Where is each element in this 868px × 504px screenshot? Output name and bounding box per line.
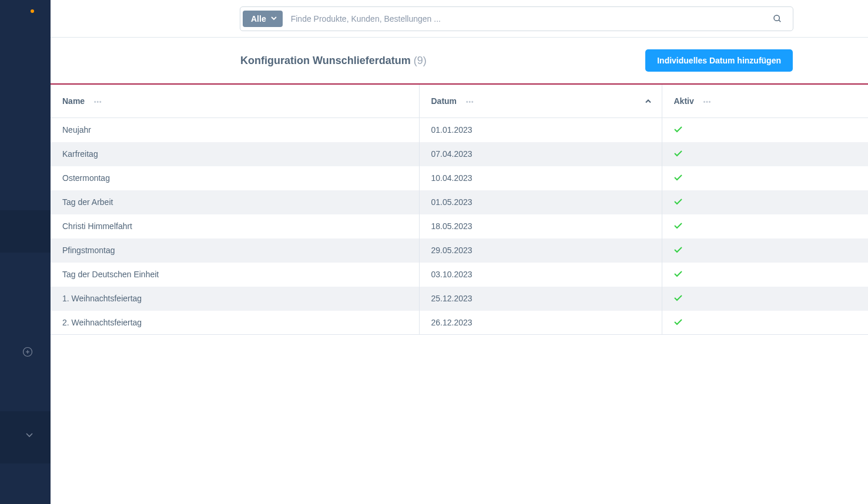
search-icon[interactable]: [768, 9, 787, 28]
svg-line-4: [779, 20, 780, 22]
sidebar-section: [0, 210, 51, 253]
add-icon[interactable]: [22, 347, 33, 357]
cell-active: [662, 238, 868, 263]
cell-name: Tag der Arbeit: [51, 190, 419, 214]
check-icon: [674, 271, 682, 277]
check-icon: [674, 174, 682, 181]
sidebar: [0, 0, 51, 504]
table-row[interactable]: Neujahr01.01.2023: [51, 118, 868, 142]
table-row[interactable]: Pfingstmontag29.05.2023: [51, 238, 868, 263]
check-icon: [674, 223, 682, 229]
sidebar-bottom: [0, 411, 51, 463]
search-filter-label: Alle: [251, 14, 266, 23]
main-content: Alle Konfiguration Wunschlieferdatum (9): [51, 0, 868, 504]
search-filter-dropdown[interactable]: Alle: [243, 11, 283, 27]
dates-table: Name ••• Datum ••• Aktiv •••: [51, 85, 868, 335]
cell-date: 29.05.2023: [419, 238, 662, 263]
cell-active: [662, 142, 868, 166]
notification-dot-icon: [31, 9, 34, 13]
sort-caret-up-icon[interactable]: [645, 99, 651, 103]
page-title-text: Konfiguration Wunschlieferdatum: [240, 55, 411, 66]
cell-name: Karfreitag: [51, 142, 419, 166]
table-row[interactable]: Ostermontag10.04.2023: [51, 166, 868, 190]
page-title-count: (9): [414, 55, 427, 66]
cell-date: 18.05.2023: [419, 214, 662, 238]
column-header-active[interactable]: Aktiv •••: [662, 85, 868, 118]
topbar: Alle: [51, 0, 868, 38]
table-row[interactable]: Christi Himmelfahrt18.05.2023: [51, 214, 868, 238]
table-row[interactable]: Karfreitag07.04.2023: [51, 142, 868, 166]
chevron-down-icon[interactable]: [26, 433, 33, 438]
sidebar-footer: [0, 463, 51, 504]
cell-date: 10.04.2023: [419, 166, 662, 190]
chevron-down-icon: [271, 16, 277, 21]
check-icon: [674, 126, 682, 133]
cell-name: 2. Weihnachtsfeiertag: [51, 311, 419, 335]
table-row[interactable]: Tag der Deutschen Einheit03.10.2023: [51, 263, 868, 287]
table-row[interactable]: 1. Weihnachtsfeiertag25.12.2023: [51, 287, 868, 311]
check-icon: [674, 150, 682, 157]
page-header: Konfiguration Wunschlieferdatum (9) Indi…: [51, 38, 868, 85]
table-row[interactable]: 2. Weihnachtsfeiertag26.12.2023: [51, 311, 868, 335]
add-date-button[interactable]: Individuelles Datum hinzufügen: [645, 49, 793, 72]
cell-date: 03.10.2023: [419, 263, 662, 287]
table-row[interactable]: Tag der Arbeit01.05.2023: [51, 190, 868, 214]
cell-active: [662, 287, 868, 311]
cell-active: [662, 214, 868, 238]
cell-name: Christi Himmelfahrt: [51, 214, 419, 238]
search-bar: Alle: [240, 6, 793, 31]
svg-point-3: [774, 15, 779, 21]
cell-date: 25.12.2023: [419, 287, 662, 311]
cell-name: 1. Weihnachtsfeiertag: [51, 287, 419, 311]
column-header-name[interactable]: Name •••: [51, 85, 419, 118]
ellipsis-icon[interactable]: •••: [466, 99, 474, 105]
search-input[interactable]: [283, 14, 768, 23]
cell-name: Ostermontag: [51, 166, 419, 190]
check-icon: [674, 295, 682, 301]
cell-date: 01.05.2023: [419, 190, 662, 214]
column-header-date-label: Datum: [431, 96, 457, 106]
cell-date: 01.01.2023: [419, 118, 662, 142]
column-header-name-label: Name: [62, 96, 85, 106]
cell-date: 07.04.2023: [419, 142, 662, 166]
cell-active: [662, 118, 868, 142]
column-header-date[interactable]: Datum •••: [419, 85, 662, 118]
check-icon: [674, 247, 682, 253]
check-icon: [674, 319, 682, 325]
cell-active: [662, 311, 868, 335]
ellipsis-icon[interactable]: •••: [94, 99, 102, 105]
page-title: Konfiguration Wunschlieferdatum (9): [240, 55, 427, 67]
table-header-row: Name ••• Datum ••• Aktiv •••: [51, 85, 868, 118]
cell-active: [662, 166, 868, 190]
column-header-active-label: Aktiv: [674, 96, 694, 106]
cell-date: 26.12.2023: [419, 311, 662, 335]
check-icon: [674, 199, 682, 205]
cell-name: Tag der Deutschen Einheit: [51, 263, 419, 287]
ellipsis-icon[interactable]: •••: [703, 99, 712, 105]
table-body: Neujahr01.01.2023Karfreitag07.04.2023Ost…: [51, 118, 868, 335]
cell-active: [662, 263, 868, 287]
cell-active: [662, 190, 868, 214]
cell-name: Neujahr: [51, 118, 419, 142]
cell-name: Pfingstmontag: [51, 238, 419, 263]
